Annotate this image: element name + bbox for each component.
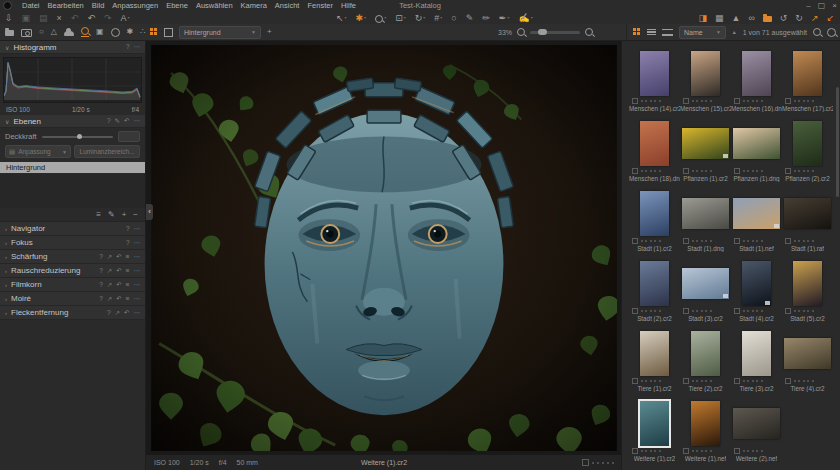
layer-tool-icon-0[interactable]: ≡ (96, 210, 101, 219)
panel-header-icon-1[interactable]: ↗ (115, 309, 120, 317)
rating-dot[interactable] (752, 450, 754, 452)
rating-dot[interactable] (812, 380, 814, 382)
rating-dot[interactable] (752, 240, 754, 242)
rating-dot[interactable] (701, 450, 703, 452)
menu-fenster[interactable]: Fenster (303, 1, 336, 10)
rating-dot[interactable] (641, 310, 643, 312)
thumbnail-image[interactable] (742, 261, 771, 306)
grid-view-icon[interactable] (633, 28, 641, 36)
import-icon[interactable]: ⇩ (5, 13, 13, 23)
rating-dot[interactable] (645, 380, 647, 382)
view-layer-select[interactable]: Hintergrund▼ (179, 26, 261, 39)
thumbnail-cell[interactable]: Menschen (16).dng (731, 49, 782, 119)
rating-dot[interactable] (654, 170, 656, 172)
thumbnail-image[interactable] (640, 331, 669, 376)
rating-dot[interactable] (761, 380, 763, 382)
panel-fleckentfernung[interactable]: ›Fleckentfernung?↗↶⋯ (0, 306, 145, 320)
rating-dot[interactable] (743, 240, 745, 242)
rating-dot[interactable] (761, 100, 763, 102)
menu-anpassungen[interactable]: Anpassungen (108, 1, 162, 10)
rating-dot[interactable] (602, 462, 604, 464)
panel-schärfung[interactable]: ›Schärfung?↗↶≡⋯ (0, 250, 145, 264)
rating-dot[interactable] (761, 450, 763, 452)
tab-metadata-icon[interactable] (111, 28, 120, 37)
panel-header-icon-2[interactable]: ↶ (116, 295, 121, 303)
more-icon[interactable]: ⋯ (134, 43, 141, 51)
pick-checkbox[interactable] (632, 238, 638, 244)
rating-dot[interactable] (650, 240, 652, 242)
pick-checkbox[interactable] (785, 378, 791, 384)
sort-ascending-icon[interactable]: ▲ (732, 29, 737, 35)
zoom-slider-thumb[interactable] (538, 29, 547, 35)
panel-collapse-handle[interactable]: ‹ (146, 204, 153, 220)
pick-checkbox[interactable] (683, 98, 689, 104)
rating-dot[interactable] (803, 170, 805, 172)
panel-header-icon-0[interactable]: ? (99, 253, 103, 261)
pick-checkbox[interactable] (785, 238, 791, 244)
tab-color-icon[interactable]: △ (51, 27, 57, 37)
output-icon[interactable] (763, 14, 772, 22)
rating-dot[interactable] (705, 240, 707, 242)
rating-dot[interactable] (807, 310, 809, 312)
exposure-warning-icon[interactable]: ◨ (698, 13, 707, 23)
rating-dot[interactable] (807, 380, 809, 382)
panel-header-icon-1[interactable]: ↗ (107, 295, 112, 303)
cursor-tool-icon[interactable]: ↖▾ (336, 13, 347, 23)
thumbnail-cell[interactable]: Tiere (2).cr2 (680, 329, 731, 399)
thumbnail-image[interactable] (784, 338, 831, 369)
thumbnail-image[interactable] (691, 51, 720, 96)
rating-dot[interactable] (710, 170, 712, 172)
rating-dot[interactable] (701, 100, 703, 102)
panel-header-icon-3[interactable]: ⋯ (134, 309, 141, 317)
panel-header-icon-0[interactable]: ? (126, 225, 130, 233)
panel-navigator[interactable]: ›Navigator?⋯ (0, 222, 145, 236)
thumbnail-cell[interactable]: Stadt (5).cr2 (782, 259, 833, 329)
layer-tool-icon-1[interactable]: ✎ (108, 210, 115, 219)
loupe-tool-icon[interactable]: ▾ (375, 13, 386, 23)
rotate-tool-icon[interactable]: ↻▾ (415, 13, 426, 23)
rating-dot[interactable] (752, 170, 754, 172)
thumbnail-image[interactable] (682, 268, 729, 299)
thumbnail-cell[interactable]: Stadt (1).nef (731, 189, 782, 259)
pick-checkbox[interactable] (734, 308, 740, 314)
thumbnail-image[interactable] (682, 198, 729, 229)
panel-header-icon-2[interactable]: ↶ (116, 253, 121, 261)
thumbnail-cell[interactable]: Stadt (4).cr2 (731, 259, 782, 329)
rating-dot[interactable] (756, 450, 758, 452)
rating-dot[interactable] (650, 450, 652, 452)
thumbnail-image[interactable] (640, 121, 669, 166)
undo-icon[interactable]: ↶ (87, 13, 95, 23)
pick-checkbox[interactable] (734, 98, 740, 104)
grid-overlay-icon[interactable]: ▦ (715, 13, 724, 23)
list-view-icon[interactable] (647, 29, 656, 36)
rating-dot[interactable] (592, 462, 594, 464)
rotate-left-icon[interactable]: ↺ (780, 13, 788, 23)
thumbnail-cell[interactable]: Stadt (2).cr2 (629, 259, 680, 329)
rating-dot[interactable] (752, 100, 754, 102)
pick-checkbox[interactable] (683, 448, 689, 454)
rating-dot[interactable] (692, 240, 694, 242)
pick-checkbox[interactable] (734, 448, 740, 454)
thumbnail-cell[interactable]: Menschen (18).dng (629, 119, 680, 189)
tab-connect-icon[interactable]: ∴ (140, 27, 145, 37)
rating-dot[interactable] (798, 380, 800, 382)
menu-hilfe[interactable]: Hilfe (337, 1, 360, 10)
thumbnail-image[interactable] (640, 401, 669, 446)
rating-dot[interactable] (743, 100, 745, 102)
zoom-out-icon[interactable] (517, 28, 525, 36)
rating-dot[interactable] (710, 100, 712, 102)
redo-icon[interactable]: ↷ (104, 13, 112, 23)
rating-dot[interactable] (659, 240, 661, 242)
thumbnail-image[interactable] (640, 51, 669, 96)
pick-checkbox[interactable] (785, 168, 791, 174)
rating-dot[interactable] (705, 310, 707, 312)
rating-dot[interactable] (756, 380, 758, 382)
rating-dot[interactable] (794, 380, 796, 382)
histogram-panel-header[interactable]: ∨ Histogramm ? ⋯ (0, 41, 145, 54)
panel-header-icon-1[interactable]: ⋯ (134, 225, 141, 233)
panel-header-icon-4[interactable]: ⋯ (134, 253, 141, 261)
rating-dot[interactable] (747, 170, 749, 172)
panel-header-icon-3[interactable]: ≡ (126, 267, 130, 275)
draw-mask-tool-icon[interactable]: ✎ (466, 13, 474, 23)
opacity-slider[interactable] (42, 136, 113, 138)
